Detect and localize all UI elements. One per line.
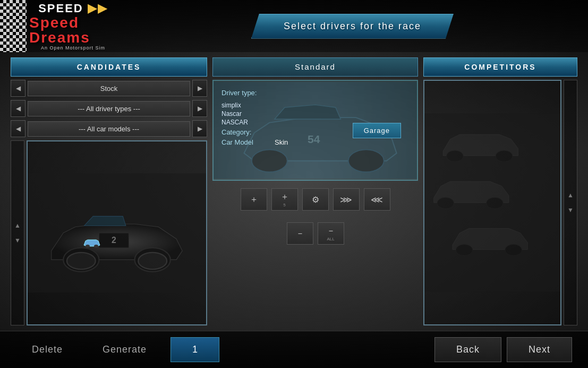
driver-card-info: Driver type: simplix Nascar NASCAR Categ…: [221, 89, 409, 146]
driver-type-prev-btn[interactable]: ◀: [11, 100, 25, 117]
standard-label: Standard: [295, 62, 336, 71]
next-button[interactable]: Next: [507, 337, 572, 362]
header: SPEED ▶▶ Speed Dreams An Open Motorsport…: [0, 0, 588, 52]
svg-point-10: [252, 149, 287, 172]
settings-icon: ⚙: [312, 195, 319, 205]
candidates-panel: CANDIDATES ◀ Stock ▶ ◀ --- All driver ty…: [11, 57, 207, 325]
header-title: Select drivers for the race: [284, 21, 421, 31]
add-all-label: 5: [283, 203, 285, 207]
stock-filter-row: ◀ Stock ▶: [11, 80, 207, 97]
small-car-icon: [81, 236, 103, 249]
candidates-label: CANDIDATES: [77, 63, 141, 71]
car-model-filter-row: ◀ --- All car models --- ▶: [11, 120, 207, 137]
move-down-button[interactable]: ⋘: [364, 188, 390, 211]
svg-point-17: [487, 197, 504, 208]
car-model-value: Skin: [275, 138, 288, 146]
back-button[interactable]: Back: [434, 337, 501, 362]
competitors-panel: COMPETITORS: [423, 57, 577, 325]
competitors-cars-svg: [424, 81, 560, 324]
driver-name-0: simplix: [221, 102, 409, 109]
car-model-filter-label: --- All car models ---: [28, 121, 190, 137]
driver-count-box: 1: [171, 337, 219, 362]
svg-point-3: [67, 253, 96, 269]
svg-point-8: [94, 245, 98, 248]
middle-panel: Standard: [212, 57, 418, 325]
category-label-text: Category:: [221, 128, 269, 136]
selected-driver-icon: [81, 236, 103, 251]
garage-button[interactable]: Garage: [353, 123, 401, 138]
add-one-button[interactable]: ＋: [241, 188, 267, 211]
car-model-row: Car Model Skin: [221, 138, 409, 146]
candidates-list-area: ▲▼: [11, 140, 207, 325]
driver-name-1: Nascar: [221, 110, 409, 118]
settings-button[interactable]: ⚙: [302, 188, 329, 211]
svg-point-11: [348, 149, 384, 172]
competitors-list[interactable]: [423, 80, 561, 325]
generate-button[interactable]: Generate: [87, 338, 163, 362]
car-model-label-text: Car Model: [221, 138, 269, 146]
car-model-next-btn[interactable]: ▶: [192, 120, 207, 137]
driver-type-label-text: Driver type:: [221, 89, 269, 97]
add-all-button[interactable]: ＋ 5: [271, 188, 298, 211]
car-svg: 2: [28, 141, 206, 324]
move-up-icon: ⋙: [340, 195, 352, 205]
svg-point-14: [446, 150, 463, 162]
driver-type-filter-label: --- All driver types ---: [28, 101, 190, 116]
checkered-flag-icon: [0, 0, 27, 52]
remove-all-icon: －: [327, 225, 335, 237]
standard-bar: Standard: [212, 57, 418, 77]
bottom-left-actions: Delete Generate 1: [16, 337, 219, 362]
car-model-prev-btn[interactable]: ◀: [11, 120, 25, 137]
driver-type-row: Driver type:: [221, 89, 409, 97]
logo-subtitle: An Open Motorsport Sim: [41, 45, 105, 51]
logo-speed-text: SPEED ▶▶: [38, 2, 108, 15]
header-title-box: Select drivers for the race: [251, 14, 454, 39]
svg-point-19: [505, 245, 522, 256]
svg-point-16: [437, 197, 454, 208]
stock-filter-label: Stock: [28, 81, 190, 96]
move-down-icon: ⋘: [371, 195, 383, 205]
add-one-icon: ＋: [250, 194, 258, 205]
svg-point-18: [456, 245, 473, 256]
main-content: CANDIDATES ◀ Stock ▶ ◀ --- All driver ty…: [0, 52, 588, 331]
header-title-area: Select drivers for the race: [117, 14, 588, 39]
candidates-header: CANDIDATES: [11, 57, 207, 77]
logo-dreams-text: Speed Dreams: [29, 15, 117, 45]
driver-type-next-btn[interactable]: ▶: [192, 100, 207, 117]
competitors-label: COMPETITORS: [464, 63, 536, 71]
competitors-car-images: [424, 81, 560, 324]
logo-area: SPEED ▶▶ Speed Dreams An Open Motorsport…: [0, 0, 117, 52]
bottom-bar: Delete Generate 1 Back Next: [0, 331, 588, 368]
move-up-button[interactable]: ⋙: [333, 188, 360, 211]
driver-card: 54 Driver type: simplix Nascar NASCAR C: [212, 80, 418, 181]
action-buttons-area: ＋ ＋ 5 ⚙ ⋙ ⋘: [212, 184, 418, 215]
svg-text:2: 2: [112, 236, 116, 245]
remove-one-button[interactable]: －: [287, 222, 313, 245]
svg-point-15: [496, 150, 513, 162]
delete-button[interactable]: Delete: [16, 338, 79, 362]
add-all-icon: ＋: [280, 191, 289, 203]
stock-prev-btn[interactable]: ◀: [11, 80, 25, 97]
logo-text: SPEED ▶▶ Speed Dreams An Open Motorsport…: [29, 2, 117, 51]
competitors-list-area: ▲▼: [423, 80, 577, 325]
remove-all-label: ALL: [327, 237, 334, 241]
remove-all-button[interactable]: － ALL: [318, 222, 344, 245]
competitors-header: COMPETITORS: [423, 57, 577, 77]
remove-buttons-area: － － ALL: [212, 218, 418, 249]
svg-point-7: [86, 245, 90, 248]
car-preview-image: 2: [28, 141, 206, 324]
stock-next-btn[interactable]: ▶: [192, 80, 207, 97]
candidates-scroll-up[interactable]: ▲▼: [11, 140, 24, 325]
candidates-list[interactable]: 2: [27, 140, 207, 325]
svg-point-4: [138, 253, 167, 269]
competitors-scroll[interactable]: ▲▼: [564, 80, 577, 325]
remove-one-icon: －: [296, 228, 304, 239]
bottom-right-actions: Back Next: [434, 337, 572, 362]
driver-type-filter-row: ◀ --- All driver types --- ▶: [11, 100, 207, 117]
